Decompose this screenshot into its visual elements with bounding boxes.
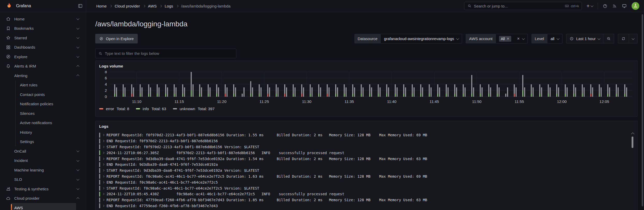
divider — [598, 3, 598, 9]
search-shortcut: ctrl+k — [565, 4, 579, 8]
sidebar-item-alerts-irm[interactable]: Alerts & IRM — [0, 62, 86, 71]
sidebar-item-oncall[interactable]: OnCall — [0, 146, 86, 156]
clear-all-icon[interactable]: ✕ — [517, 37, 520, 40]
svg-text:11:20: 11:20 — [217, 99, 226, 104]
expand-chevron-icon[interactable] — [102, 175, 104, 177]
expand-chevron-icon[interactable] — [102, 169, 104, 171]
log-row[interactable]: END RequestId: 9d3dba39-daa8-4741-9f6f-7… — [99, 162, 634, 168]
logs-scrollbar[interactable] — [632, 133, 634, 210]
aws-account-selected-tag[interactable]: All ✕ — [499, 36, 511, 42]
expand-chevron-icon[interactable] — [102, 152, 104, 154]
log-row[interactable]: END RequestId: 47759ead-f260-4fb6-af78-b… — [99, 203, 634, 209]
log-row[interactable]: END RequestId: f0c98a6c-ac41-46c1-bc77-e… — [99, 179, 634, 185]
legend-item-info[interactable]: info Total: 63 — [136, 107, 166, 111]
search-input[interactable] — [474, 4, 565, 8]
help-icon[interactable] — [603, 4, 608, 9]
legend-item-error[interactable]: error Total: 8 — [99, 107, 129, 111]
refresh-group — [618, 34, 638, 43]
level-select[interactable]: all — [547, 34, 562, 43]
aws-account-select[interactable]: All ✕ ✕ — [496, 34, 528, 43]
expand-chevron-icon[interactable] — [102, 134, 104, 136]
scrollbar-thumb[interactable] — [632, 137, 633, 148]
expand-chevron-icon[interactable] — [102, 187, 104, 189]
grafana-logo-icon[interactable] — [5, 2, 13, 10]
chevron-down-icon — [522, 37, 525, 40]
add-button[interactable]: + — [587, 3, 593, 9]
breadcrumb: Home Cloud provider AWS Logs /aws/lambda… — [96, 4, 231, 8]
log-row[interactable]: END RequestId: f0f970d2-2213-4af3-b0f1-8… — [99, 138, 634, 144]
breadcrumb-cloud-provider[interactable]: Cloud provider — [115, 4, 140, 8]
breadcrumb-home[interactable]: Home — [96, 4, 107, 8]
sidebar-item-active-notifications[interactable]: Active notifications — [0, 118, 86, 128]
log-row[interactable]: 2024-11-22T10:06:27.305Z f0f970d2-2213-4… — [99, 150, 634, 156]
log-row[interactable]: 2024-11-22T10:05:45.430Z f0c98a6c-ac41-4… — [99, 191, 634, 197]
sidebar-item-home[interactable]: Home — [0, 14, 86, 24]
chevron-down-icon — [76, 46, 79, 48]
log-level-bar — [99, 192, 100, 197]
log-row[interactable]: REPORT RequestId: f0f970d2-2213-4af3-b0f… — [99, 132, 634, 138]
svg-text:11:55: 11:55 — [515, 99, 524, 104]
zoom-out-button[interactable] — [603, 34, 614, 43]
log-filter-box[interactable] — [95, 49, 236, 58]
expand-chevron-icon[interactable] — [102, 146, 104, 148]
sidebar-item-bookmarks[interactable]: Bookmarks — [0, 24, 86, 33]
sidebar-item-contact-points[interactable]: Contact points — [0, 90, 86, 99]
log-filter-input[interactable] — [105, 51, 233, 56]
chevron-down-icon — [76, 159, 79, 162]
sidebar-item-alert-rules[interactable]: Alert rules — [0, 80, 86, 90]
svg-text:11:30: 11:30 — [302, 99, 311, 104]
logs-volume-chart: 11:1011:1511:2011:2511:3011:3511:4011:45… — [99, 71, 634, 106]
open-in-explore-button[interactable]: Open in Explore — [95, 34, 138, 43]
log-row[interactable]: REPORT RequestId: 47759ead-f260-4fb6-af7… — [99, 197, 634, 203]
remove-tag-icon[interactable]: ✕ — [507, 37, 509, 40]
sidebar-item-notification-policies[interactable]: Notification policies — [0, 99, 86, 109]
kiosk-monitor-icon[interactable] — [622, 3, 627, 9]
expand-chevron-icon[interactable] — [102, 193, 104, 195]
expand-chevron-icon[interactable] — [102, 158, 104, 160]
datasource-label: Datasource — [354, 34, 381, 43]
sidebar-item-incident[interactable]: Incident — [0, 156, 86, 166]
sidebar-item-explore[interactable]: Explore — [0, 52, 86, 62]
logs-panel: Logs REPORT RequestId: f0f970d2-2213-4af… — [95, 121, 638, 210]
sidebar-toggle-icon[interactable] — [78, 3, 83, 9]
sidebar-item-aws[interactable]: AWS — [11, 203, 76, 210]
log-filter-row — [95, 49, 638, 58]
sidebar-item-alerting[interactable]: Alerting — [0, 71, 86, 80]
log-level-bar — [99, 144, 100, 149]
user-avatar[interactable] — [632, 2, 639, 10]
sidebar-item-settings[interactable]: Settings — [0, 137, 86, 147]
log-level-bar — [99, 156, 100, 161]
sidebar-item-testing-synthetics[interactable]: Testing & synthetics — [0, 184, 86, 194]
sidebar-item-machine-learning[interactable]: Machine learning — [0, 165, 86, 175]
sidebar-item-cloud-provider[interactable]: Cloud provider — [0, 194, 86, 203]
log-row[interactable]: REPORT RequestId: f0c98a6c-ac41-46c1-bc7… — [99, 174, 634, 179]
sidebar-item-history[interactable]: History — [0, 128, 86, 137]
log-row[interactable]: START RequestId: f0c98a6c-ac41-46c1-bc77… — [99, 185, 634, 191]
breadcrumb-logs[interactable]: Logs — [165, 4, 173, 8]
expand-chevron-icon[interactable] — [102, 163, 104, 166]
svg-text:11:10: 11:10 — [132, 99, 141, 104]
news-icon[interactable] — [612, 4, 617, 9]
expand-chevron-icon[interactable] — [102, 140, 104, 142]
time-range-picker[interactable]: Last 1 hour — [566, 34, 603, 43]
global-search[interactable]: ctrl+k — [464, 2, 582, 10]
breadcrumb-aws[interactable]: AWS — [148, 4, 157, 8]
expand-chevron-icon[interactable] — [102, 181, 104, 183]
datasource-select[interactable]: grafanacloud-awsintegrationrevamp-logs — [381, 34, 462, 43]
chevron-down-icon — [557, 37, 559, 40]
legend-item-unknown[interactable]: unknown Total: 397 — [173, 107, 215, 111]
refresh-button[interactable] — [618, 34, 629, 43]
sidebar-item-slo[interactable]: SLO — [0, 175, 86, 184]
logs-volume-panel: Logs volume 11:1011:1511:2011:2511:3011:… — [95, 61, 638, 117]
log-row[interactable]: REPORT RequestId: 9d3dba39-daa8-4741-9f6… — [99, 156, 634, 162]
expand-chevron-icon[interactable] — [102, 199, 104, 201]
log-row[interactable]: START RequestId: 9d3dba39-daa8-4741-9f6f… — [99, 168, 634, 174]
sidebar-item-silences[interactable]: Silences — [0, 109, 86, 118]
log-row[interactable]: START RequestId: f0f970d2-2213-4af3-b0f1… — [99, 144, 634, 150]
sidebar-item-starred[interactable]: Starred — [0, 33, 86, 43]
sidebar-item-dashboards[interactable]: Dashboards — [0, 43, 86, 52]
refresh-interval-button[interactable] — [629, 34, 638, 43]
scroll-up-icon[interactable] — [631, 132, 634, 136]
expand-chevron-icon[interactable] — [102, 205, 104, 207]
aws-account-filter: AWS account All ✕ ✕ — [466, 34, 528, 43]
